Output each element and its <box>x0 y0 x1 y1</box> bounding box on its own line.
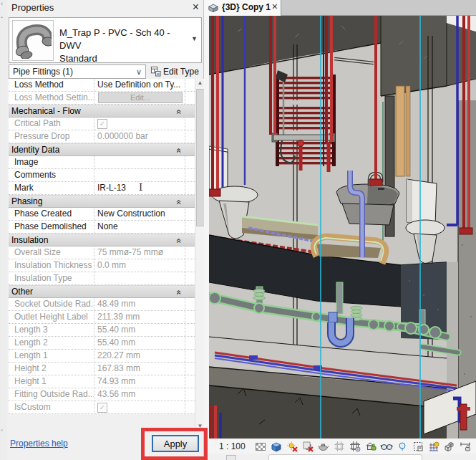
collapse-section-icon[interactable]: « <box>174 239 185 244</box>
collapse-section-icon[interactable]: « <box>174 148 185 153</box>
3d-viewport-scene[interactable] <box>209 16 476 439</box>
associate-param-cell <box>185 311 195 323</box>
crop-region-visibility-icon[interactable] <box>349 440 361 453</box>
properties-help-link[interactable]: Properties help <box>10 439 68 449</box>
section-header-row[interactable]: Insulation« <box>9 234 195 246</box>
property-value: 55.40 mm <box>94 337 185 349</box>
section-header-row[interactable]: Phasing« <box>9 195 195 208</box>
property-value[interactable]: Use Definition on Ty... <box>94 79 185 91</box>
chevron-down-icon[interactable]: ˇ <box>1 428 3 436</box>
3d-viewport[interactable] <box>209 16 476 439</box>
property-row[interactable]: Phase CreatedNew Construction <box>9 208 195 221</box>
view-control-bar: 1 : 100 <box>209 439 476 454</box>
property-label: Phase Created <box>9 208 94 220</box>
property-row[interactable]: Insulation Type <box>9 272 195 285</box>
property-value: 74.93 mm <box>94 375 185 388</box>
associate-param-cell <box>185 169 195 181</box>
analytical-model-icon[interactable] <box>427 440 440 453</box>
property-row[interactable]: Critical Path✓ <box>9 118 195 130</box>
view-scale[interactable]: 1 : 100 <box>219 441 246 451</box>
section-header-row[interactable]: Other« <box>9 285 195 298</box>
property-label: Image <box>9 156 94 168</box>
status-input-field[interactable] <box>268 454 422 460</box>
property-row[interactable]: Comments <box>9 169 195 182</box>
edit-type-button[interactable]: Edit Type <box>150 64 200 79</box>
property-value[interactable]: IR-L-13I <box>94 182 185 194</box>
view-tab-label: {3D} Copy 1 <box>222 2 271 12</box>
property-row[interactable]: Image <box>9 156 195 169</box>
type-name: M_Trap P - PVC - Sch 40 - DWV Standard <box>59 27 181 65</box>
property-label: Insulation Thickness <box>9 259 94 272</box>
chevron-left-icon[interactable]: ‹ <box>1 0 3 7</box>
shadows-icon[interactable] <box>301 440 314 453</box>
property-label: Comments <box>9 169 94 181</box>
crop-view-icon[interactable] <box>333 440 346 453</box>
property-row[interactable]: Socket Outside Rad...48.49 mm <box>9 298 195 311</box>
temporary-hide-isolate-icon[interactable] <box>380 440 393 453</box>
property-label: Mark <box>9 182 94 194</box>
reveal-hidden-elements-icon[interactable] <box>396 440 409 453</box>
close-icon[interactable]: × <box>193 0 199 14</box>
property-label: Height 2 <box>9 363 94 375</box>
status-bar-strip <box>204 454 476 460</box>
locked-3d-view-icon[interactable] <box>364 440 377 453</box>
property-value: ✓ <box>94 401 185 413</box>
property-row[interactable]: Overall Size75 mmø-75 mmø <box>9 246 195 259</box>
worksets-icon[interactable] <box>226 455 236 460</box>
property-row[interactable]: Fitting Outside Rad...43.56 mm <box>9 388 195 401</box>
associate-param-cell <box>185 182 195 194</box>
type-selector[interactable]: M_Trap P - PVC - Sch 40 - DWV Standard ▼ <box>9 17 202 63</box>
displacement-sets-icon[interactable] <box>443 440 456 453</box>
close-icon[interactable]: × <box>272 1 278 12</box>
property-row[interactable]: Height 174.93 mm <box>9 375 195 388</box>
associate-param-cell <box>185 388 195 401</box>
property-value[interactable] <box>94 169 185 181</box>
collapse-section-icon[interactable]: « <box>174 290 185 295</box>
property-row[interactable]: Pressure Drop0.000000 bar <box>9 130 195 143</box>
section-header-row[interactable]: Mechanical - Flow« <box>9 105 195 118</box>
property-row[interactable]: Outlet Height Label211.39 mm <box>9 311 195 324</box>
property-label: Length 1 <box>9 350 94 362</box>
property-value: 55.40 mm <box>94 324 185 336</box>
property-row[interactable]: Loss MethodUse Definition on Ty... <box>9 79 195 92</box>
visual-style-icon[interactable] <box>270 440 283 453</box>
property-row[interactable]: Insulation Thickness0.0 mm <box>9 259 195 272</box>
chevron-down-icon[interactable]: ▼ <box>191 35 198 42</box>
property-row[interactable]: Length 355.40 mm <box>9 324 195 337</box>
property-label: Height 1 <box>9 375 94 388</box>
temporary-view-properties-icon[interactable] <box>412 440 424 453</box>
view-tab-3d-copy-1[interactable]: {3D} Copy 1 × <box>204 0 281 16</box>
property-row[interactable]: IsCustom✓ <box>9 401 195 414</box>
property-label: Insulation Type <box>9 272 94 284</box>
property-row[interactable]: Length 255.40 mm <box>9 337 195 350</box>
property-value[interactable] <box>94 156 185 168</box>
property-row[interactable]: Height 2167.83 mm <box>9 363 195 375</box>
collapse-section-icon[interactable]: « <box>174 200 185 205</box>
category-filter-select[interactable]: Pipe Fittings (1) ∨ <box>9 64 146 79</box>
property-value[interactable]: None <box>94 221 185 233</box>
collapse-section-icon[interactable]: « <box>174 110 185 115</box>
section-header-row[interactable]: Identity Data« <box>9 143 195 156</box>
property-label: Overall Size <box>9 246 94 259</box>
chevron-up-icon[interactable]: ˆ <box>1 16 3 23</box>
edit-type-icon <box>150 66 161 77</box>
property-label: Length 3 <box>9 324 94 336</box>
associate-param-cell <box>185 79 195 91</box>
text-cursor-icon: I <box>139 182 142 193</box>
property-value[interactable]: New Construction <box>94 208 185 220</box>
section-header-label: Mechanical - Flow <box>9 105 81 117</box>
sun-path-icon[interactable] <box>286 440 298 453</box>
detail-level-icon[interactable] <box>254 440 267 453</box>
property-label: Loss Method <box>9 79 94 91</box>
property-row[interactable]: MarkIR-L-13I <box>9 182 195 195</box>
property-row[interactable]: Length 1220.27 mm <box>9 350 195 363</box>
property-row[interactable]: Phase DemolishedNone <box>9 221 195 234</box>
rendering-dialog-icon[interactable] <box>317 440 330 453</box>
property-label: Loss Method Settin... <box>9 92 94 104</box>
property-value: 0.000000 bar <box>94 130 185 143</box>
properties-scrollbar[interactable]: ▲ ▼ <box>195 79 205 431</box>
property-value: 220.27 mm <box>94 350 185 362</box>
reveal-constraints-icon[interactable] <box>459 440 472 453</box>
property-row[interactable]: Loss Method Settin...Edit... <box>9 92 195 105</box>
property-label: Pressure Drop <box>9 130 94 143</box>
